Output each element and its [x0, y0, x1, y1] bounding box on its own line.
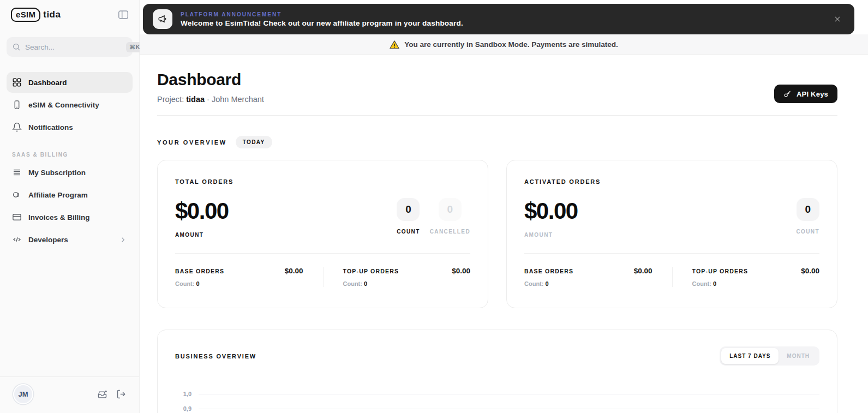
count-label: COUNT: [796, 229, 819, 235]
sidebar-section-saas-billing: SAAS & BILLING: [12, 152, 139, 158]
list-lines-icon: [12, 167, 22, 177]
amount-label: AMOUNT: [524, 232, 578, 238]
period-badge: TODAY: [236, 136, 272, 148]
sidebar-collapse-button[interactable]: [116, 8, 130, 22]
announcement-kicker: PLATFORM ANNOUNCEMENT: [181, 11, 463, 17]
cancelled-badge-col: 0 CANCELLED: [430, 198, 470, 238]
sidebar-item-label: Invoices & Billing: [28, 213, 90, 222]
sidebar-item-affiliate-program[interactable]: Affiliate Program: [7, 184, 133, 205]
chevron-right-icon: [119, 236, 127, 244]
panel-left-icon: [117, 9, 129, 21]
inbox-dot-icon: [97, 388, 108, 400]
business-overview-chart: 1,0 0,9: [175, 391, 819, 412]
cancelled-badge: 0: [439, 198, 462, 221]
header-divider: [157, 115, 837, 116]
announcement-banner-wrap: PLATFORM ANNOUNCEMENT Welcome to EsimTid…: [140, 0, 868, 34]
base-orders-value: $0.00: [634, 267, 653, 275]
owner-name: John Merchant: [212, 95, 264, 104]
count-badge: 0: [797, 198, 819, 221]
chart-grid-row: 0,9: [175, 405, 819, 412]
topup-orders-block: TOP-UP ORDERS $0.00 Count:0: [323, 267, 471, 287]
topup-orders-count: Count:0: [343, 280, 471, 287]
topup-orders-value: $0.00: [452, 267, 470, 275]
key-icon: [783, 90, 792, 98]
sidebar-item-invoices-billing[interactable]: Invoices & Billing: [7, 207, 133, 228]
announcement-banner: PLATFORM ANNOUNCEMENT Welcome to EsimTid…: [143, 4, 854, 34]
topup-orders-value: $0.00: [801, 267, 819, 275]
bell-icon: [12, 122, 22, 132]
search-box[interactable]: ⌘K: [7, 37, 133, 57]
total-orders-card: TOTAL ORDERS $0.00 AMOUNT 0 COUNT 0 CAN: [157, 160, 488, 308]
user-avatar[interactable]: JM: [13, 384, 33, 404]
range-tab-last-7-days[interactable]: LAST 7 DAYS: [721, 348, 779, 364]
card-title: TOTAL ORDERS: [175, 178, 470, 185]
sidebar-item-my-subscription[interactable]: My Subscription: [7, 162, 133, 183]
page-title: Dashboard: [157, 70, 264, 89]
dot-separator: ·: [207, 95, 209, 104]
sidebar-header: eSIM tida: [0, 0, 139, 22]
range-toggle: LAST 7 DAYS MONTH: [720, 346, 819, 366]
sidebar-item-dashboard[interactable]: Dashboard: [7, 72, 133, 93]
sidebar-item-esim-connectivity[interactable]: eSIM & Connectivity: [7, 94, 133, 115]
business-overview-card: BUSINESS OVERVIEW LAST 7 DAYS MONTH 1,0 …: [157, 330, 837, 413]
base-orders-block: BASE ORDERS $0.00 Count:0: [524, 267, 672, 287]
project-name: tidaa: [186, 95, 205, 104]
announcement-message: Welcome to EsimTida! Check out our new a…: [181, 19, 463, 27]
search-input[interactable]: [25, 43, 122, 51]
base-orders-value: $0.00: [285, 267, 303, 275]
amount-label: AMOUNT: [175, 232, 229, 238]
y-axis-tick: 1,0: [175, 391, 191, 397]
amount-block: $0.00 AMOUNT: [175, 198, 229, 238]
main-area: PLATFORM ANNOUNCEMENT Welcome to EsimTid…: [140, 0, 868, 413]
sidebar-item-developers[interactable]: Developers: [7, 229, 133, 250]
overview-cards: TOTAL ORDERS $0.00 AMOUNT 0 COUNT 0 CAN: [157, 160, 837, 308]
search-icon: [12, 43, 21, 51]
range-tab-month[interactable]: MONTH: [779, 348, 818, 364]
logo-text: tida: [43, 9, 61, 20]
sidebar-item-label: eSIM & Connectivity: [28, 101, 99, 109]
smartphone-icon: [12, 100, 22, 110]
overlapping-circles-icon: [12, 190, 22, 200]
api-keys-button[interactable]: API Keys: [774, 85, 837, 103]
project-subtitle: Project: tidaa · John Merchant: [157, 95, 264, 104]
topup-orders-label: TOP-UP ORDERS: [343, 268, 399, 274]
sidebar-item-label: My Subscription: [28, 169, 86, 177]
sidebar-item-label: Developers: [28, 236, 68, 244]
count-badge: 0: [397, 198, 420, 221]
chart-grid-row: 1,0: [175, 391, 819, 397]
sandbox-mode-text: You are currently in Sandbox Mode. Payme…: [404, 40, 618, 49]
esimtida-logo: eSIM tida: [11, 8, 61, 22]
topup-orders-label: TOP-UP ORDERS: [692, 268, 749, 274]
sidebar-footer: JM: [0, 376, 139, 413]
count-badge-col: 0 COUNT: [397, 198, 420, 238]
page-header: Dashboard Project: tidaa · John Merchant…: [157, 70, 837, 104]
sidebar-nav: Dashboard eSIM & Connectivity Notificati…: [7, 72, 133, 137]
base-orders-count: Count:0: [524, 280, 653, 287]
topup-orders-count: Count:0: [692, 280, 820, 287]
count-label: COUNT: [397, 229, 420, 235]
base-orders-label: BASE ORDERS: [524, 268, 573, 274]
close-icon: [834, 15, 841, 23]
sidebar-item-label: Dashboard: [28, 79, 67, 87]
logout-icon: [116, 388, 127, 400]
business-overview-title: BUSINESS OVERVIEW: [175, 353, 256, 360]
cancelled-label: CANCELLED: [430, 229, 470, 235]
card-divider: [524, 253, 819, 254]
card-divider: [175, 253, 470, 254]
amount-block: $0.00 AMOUNT: [524, 198, 578, 238]
gridline: [199, 394, 819, 394]
activated-orders-card: ACTIVATED ORDERS $0.00 AMOUNT 0 COUNT: [506, 160, 837, 308]
sidebar: eSIM tida ⌘K Dashboard eSIM & Connectivi…: [0, 0, 140, 413]
logout-button[interactable]: [116, 388, 127, 400]
credit-card-icon: [12, 212, 22, 222]
sidebar-item-notifications[interactable]: Notifications: [7, 117, 133, 137]
base-orders-label: BASE ORDERS: [175, 268, 224, 274]
announcement-text: PLATFORM ANNOUNCEMENT Welcome to EsimTid…: [181, 11, 463, 27]
inbox-button[interactable]: [97, 388, 108, 400]
grid-icon: [12, 77, 22, 87]
announcement-close-button[interactable]: [831, 13, 843, 25]
project-label: Project:: [157, 95, 184, 104]
topup-orders-block: TOP-UP ORDERS $0.00 Count:0: [672, 267, 820, 287]
card-title: ACTIVATED ORDERS: [524, 178, 819, 185]
sidebar-item-label: Notifications: [28, 123, 73, 131]
